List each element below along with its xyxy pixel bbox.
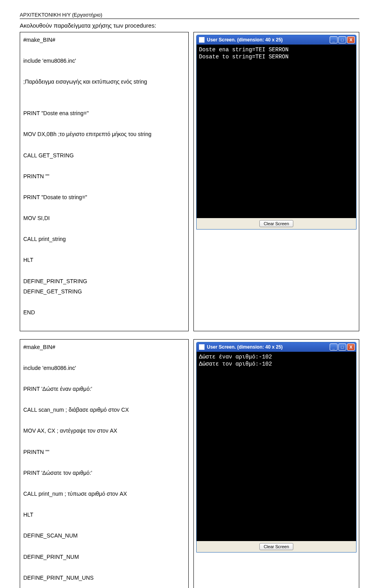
code-line bbox=[23, 161, 185, 171]
code-line: DEFINE_SCAN_NUM bbox=[23, 530, 185, 541]
code-line bbox=[23, 415, 185, 426]
code-line bbox=[23, 98, 185, 108]
code-line: HLT bbox=[23, 510, 185, 520]
window-titlebar: User Screen. (dimension: 40 x 25) _ □ X bbox=[197, 342, 356, 352]
code-line bbox=[23, 265, 185, 276]
code-line bbox=[23, 457, 185, 468]
window-titlebar: User Screen. (dimension: 40 x 25) _ □ X bbox=[197, 35, 356, 45]
code-line: PRINTN "" bbox=[23, 171, 185, 182]
code-line: PRINTN "" bbox=[23, 447, 185, 457]
window-toolbar: Clear Screen bbox=[197, 218, 356, 229]
maximize-button[interactable]: □ bbox=[338, 36, 346, 43]
terminal-output: Doste ena string=TEI SERRON Dosate to st… bbox=[197, 45, 356, 218]
code-line bbox=[23, 352, 185, 363]
code-line: ;Παράδειγμα εισαγωγής και εκτύπωσης ενός… bbox=[23, 77, 185, 87]
code-line: PRINT 'Δώστε έναν αριθμό:' bbox=[23, 384, 185, 394]
code-line: PRINT 'Δώσατε τον αριθμό:' bbox=[23, 468, 185, 478]
code-line bbox=[23, 520, 185, 531]
code-line bbox=[23, 45, 185, 56]
code-line bbox=[23, 181, 185, 192]
code-line: CALL print_string bbox=[23, 234, 185, 245]
minimize-button[interactable]: _ bbox=[330, 36, 338, 43]
code-line bbox=[23, 87, 185, 98]
window-title: User Screen. (dimension: 40 x 25) bbox=[207, 344, 283, 350]
code-line: CALL print_num ; τύπωσε αριθμό στον AX bbox=[23, 489, 185, 499]
code-line: DEFINE_PRINT_NUM_UNS bbox=[23, 573, 185, 583]
code-line: DEFINE_PRINT_STRING bbox=[23, 276, 185, 287]
code-line bbox=[23, 140, 185, 150]
code-line: CALL scan_num ; διάβασε αριθμό στον CX bbox=[23, 405, 185, 415]
code-line bbox=[23, 245, 185, 255]
code-line bbox=[23, 478, 185, 489]
code-line: DEFINE_GET_STRING bbox=[23, 286, 185, 297]
app-icon bbox=[199, 37, 205, 43]
code-line: #make_BIN# bbox=[23, 35, 185, 45]
maximize-button[interactable]: □ bbox=[338, 343, 346, 351]
code-line bbox=[23, 562, 185, 573]
clear-screen-button[interactable]: Clear Screen bbox=[259, 220, 293, 227]
clear-screen-button[interactable]: Clear Screen bbox=[259, 543, 293, 550]
code-line: PRINT "Dosate to string=" bbox=[23, 192, 185, 203]
close-button[interactable]: X bbox=[347, 36, 355, 43]
code-line bbox=[23, 394, 185, 405]
code-line bbox=[23, 541, 185, 552]
code-line bbox=[23, 583, 185, 588]
code-line: MOV SI,DI bbox=[23, 213, 185, 224]
window-title: User Screen. (dimension: 40 x 25) bbox=[207, 37, 283, 43]
code-line: MOV DX,0Bh ;το μέγιστο επιτρεπτό μήκος τ… bbox=[23, 129, 185, 140]
code-line: #make_BIN# bbox=[23, 342, 185, 353]
code-line bbox=[23, 203, 185, 213]
example-2: #make_BIN# include 'emu8086.inc' PRINT '… bbox=[20, 339, 359, 588]
code-line bbox=[23, 66, 185, 77]
top-rule bbox=[20, 19, 359, 19]
intro-text: Ακολουθούν παραδείγματα χρήσης των proce… bbox=[20, 22, 359, 29]
code-line bbox=[23, 499, 185, 510]
code-block-2: #make_BIN# include 'emu8086.inc' PRINT '… bbox=[20, 339, 189, 588]
code-line bbox=[23, 224, 185, 234]
code-line: DEFINE_PRINT_NUM bbox=[23, 552, 185, 562]
page-header: ΑΡΧΙΤΕΚΤΟΝΙΚΗ Η/Υ (Εργαστήριο) bbox=[20, 12, 359, 18]
example-1: #make_BIN# include 'emu8086.inc' ;Παράδε… bbox=[20, 32, 359, 331]
code-line: PRINT "Doste ena string=" bbox=[23, 108, 185, 119]
code-line: MOV AX, CX ; αντέγραψε τον στον AX bbox=[23, 426, 185, 436]
terminal-output: Δώστε έναν αριθμό:-102 Δώσατε τον αριθμό… bbox=[197, 352, 356, 541]
screenshot-1: User Screen. (dimension: 40 x 25) _ □ X … bbox=[193, 32, 359, 331]
code-line: CALL GET_STRING bbox=[23, 150, 185, 161]
code-line: include 'emu8086.inc' bbox=[23, 56, 185, 66]
screenshot-2: User Screen. (dimension: 40 x 25) _ □ X … bbox=[193, 339, 359, 588]
code-line bbox=[23, 297, 185, 308]
code-line: include 'emu8086.inc' bbox=[23, 363, 185, 373]
minimize-button[interactable]: _ bbox=[330, 343, 338, 351]
close-button[interactable]: X bbox=[347, 343, 355, 351]
code-line bbox=[23, 119, 185, 129]
code-line bbox=[23, 318, 185, 329]
app-icon bbox=[199, 344, 205, 350]
emulator-window-2: User Screen. (dimension: 40 x 25) _ □ X … bbox=[196, 342, 356, 553]
code-line bbox=[23, 373, 185, 384]
code-line: HLT bbox=[23, 255, 185, 265]
code-block-1: #make_BIN# include 'emu8086.inc' ;Παράδε… bbox=[20, 32, 189, 331]
emulator-window-1: User Screen. (dimension: 40 x 25) _ □ X … bbox=[196, 35, 356, 230]
window-toolbar: Clear Screen bbox=[197, 541, 356, 552]
code-line: END bbox=[23, 307, 185, 318]
code-line bbox=[23, 436, 185, 447]
